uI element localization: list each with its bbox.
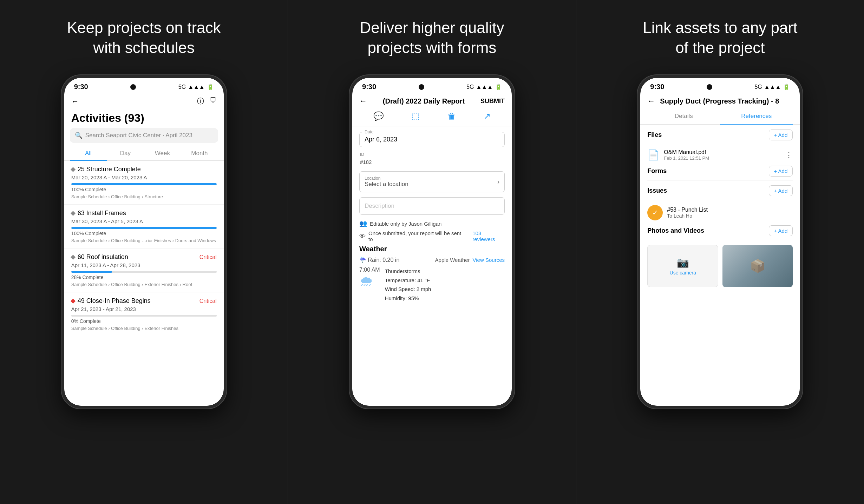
share-icon[interactable]: ↗ xyxy=(484,111,491,121)
use-camera-button[interactable]: 📷 Use camera xyxy=(647,245,718,287)
activity-item[interactable]: 60 Roof insulation Critical Apr 11, 2023… xyxy=(64,248,224,292)
copy-icon[interactable]: ⬚ xyxy=(412,111,420,121)
comment-icon[interactable]: 💬 xyxy=(373,111,384,121)
activity-1-progress-fill xyxy=(71,183,217,185)
panel-1-title: Keep projects on track with schedules xyxy=(67,18,221,58)
apple-weather-label: Apple Weather xyxy=(435,257,470,263)
photos-add-button[interactable]: + Add xyxy=(769,225,793,236)
date-field[interactable]: Date Apr 6, 2023 xyxy=(359,132,505,147)
signal-text-3: 5G xyxy=(754,84,762,90)
activity-1-progress-label: 100% Complete xyxy=(71,187,217,192)
issue-info: #53 - Punch List To Leah Ho xyxy=(667,207,708,219)
weather-condition: Thunderstorms xyxy=(385,267,431,276)
tab-references[interactable]: References xyxy=(720,110,793,124)
forms-divider xyxy=(647,180,793,180)
id-section: ID #182 xyxy=(359,152,505,171)
issue-item[interactable]: ✓ #53 - Punch List To Leah Ho xyxy=(647,205,793,220)
location-field-inner: Location Select a location xyxy=(365,176,408,188)
activity-item[interactable]: 49 Close-In Phase Begins Critical Apr 21… xyxy=(64,292,224,336)
submit-info-row: 👁 Once submitted, your report will be se… xyxy=(359,230,505,242)
files-divider xyxy=(647,144,793,144)
panel-assets: Link assets to any part of the project 9… xyxy=(576,0,864,504)
tab-month[interactable]: Month xyxy=(181,147,218,160)
battery-icon-2: 🔋 xyxy=(495,84,502,90)
activity-4-header: 49 Close-In Phase Begins Critical xyxy=(71,297,217,305)
person-icon: 👥 xyxy=(359,220,367,227)
activity-3-dot xyxy=(71,255,76,260)
report-header: ← (Draft) 2022 Daily Report SUBMIT xyxy=(352,94,512,110)
activities-list: 25 Structure Complete Mar 20, 2023 A - M… xyxy=(64,161,224,406)
issues-add-button[interactable]: + Add xyxy=(769,185,793,196)
back-icon-3[interactable]: ← xyxy=(647,97,655,106)
photos-title: Photos and Videos xyxy=(647,227,704,234)
issue-title: #53 - Punch List xyxy=(667,207,708,213)
id-value: #182 xyxy=(360,158,504,168)
reviewers-link[interactable]: 103 reviewers xyxy=(472,230,505,242)
panel-forms: Deliver higher quality projects with for… xyxy=(288,0,576,504)
photos-row: 📷 Use camera xyxy=(647,245,793,287)
activity-3-breadcrumb: Sample Schedule › Office Building › Exte… xyxy=(71,282,217,287)
activity-3-progress-fill xyxy=(71,271,112,273)
status-bar-2: 9:30 5G ▲▲▲ 🔋 xyxy=(352,78,512,94)
activity-4-breadcrumb: Sample Schedule › Office Building › Exte… xyxy=(71,326,217,331)
forms-add-button[interactable]: + Add xyxy=(769,166,793,177)
phone-frame-3: 9:30 5G ▲▲▲ 🔋 ← Supply Duct (Progress Tr… xyxy=(637,75,803,409)
description-placeholder: Description xyxy=(365,203,499,210)
files-add-button[interactable]: + Add xyxy=(769,130,793,140)
files-title: Files xyxy=(647,131,662,139)
activity-4-critical: Critical xyxy=(199,298,217,304)
panels-container: Keep projects on track with schedules 9:… xyxy=(0,0,864,504)
tab-all[interactable]: All xyxy=(70,147,107,160)
activity-4-progress-label: 0% Complete xyxy=(71,318,217,324)
activity-3-title: 60 Roof insulation xyxy=(71,253,128,261)
activity-4-progress-bar xyxy=(71,315,217,317)
activity-3-progress-bar xyxy=(71,271,217,273)
chevron-right-icon: › xyxy=(497,178,499,186)
weather-brand: Apple Weather View Sources xyxy=(432,257,505,263)
activity-3-date: Apr 11, 2023 A - Apr 28, 2023 xyxy=(71,262,217,268)
file-item[interactable]: 📄 O&M Manual.pdf Feb 1, 2021 12:51 PM ⋮ xyxy=(647,149,793,161)
signal-bars-2: ▲▲▲ xyxy=(476,84,493,90)
activity-1-header: 25 Structure Complete xyxy=(71,166,217,173)
weather-icon-area: 7:00 AM 🌧 xyxy=(359,267,380,289)
panel-2-title: Deliver higher quality projects with for… xyxy=(360,18,504,58)
location-field[interactable]: Location Select a location › xyxy=(359,171,505,192)
issue-assignee: To Leah Ho xyxy=(667,213,708,219)
location-label: Location xyxy=(365,176,408,181)
activity-item[interactable]: 63 Install Frames Mar 30, 2023 A - Apr 5… xyxy=(64,205,224,248)
submit-button[interactable]: SUBMIT xyxy=(480,98,505,105)
date-label: Date xyxy=(363,130,375,134)
activity-3-header: 60 Roof insulation Critical xyxy=(71,253,217,261)
activity-2-title: 63 Install Frames xyxy=(71,210,126,217)
report-action-icons: 💬 ⬚ 🗑 ↗ xyxy=(352,110,512,126)
battery-icon-1: 🔋 xyxy=(207,84,214,90)
more-options-icon[interactable]: ⋮ xyxy=(785,151,793,160)
description-field[interactable]: Description xyxy=(359,197,505,215)
phone-frame-1: 9:30 5G ▲▲▲ 🔋 ← ⓘ ⛉ Activities xyxy=(61,75,227,409)
delete-icon[interactable]: 🗑 xyxy=(447,111,456,121)
asset-tabs: Details References xyxy=(640,110,800,125)
search-bar-1[interactable]: 🔍 Search Seaport Civic Center · April 20… xyxy=(70,128,218,143)
tab-week[interactable]: Week xyxy=(144,147,181,160)
photo-thumbnail[interactable] xyxy=(722,245,793,287)
report-title: (Draft) 2022 Daily Report xyxy=(367,97,480,105)
status-bar-1: 9:30 5G ▲▲▲ 🔋 xyxy=(64,78,224,94)
asset-title: Supply Duct (Progress Tracking) - 8 xyxy=(660,97,779,105)
tab-details[interactable]: Details xyxy=(647,110,720,124)
activity-2-progress-bar xyxy=(71,227,217,229)
filter-icon-1[interactable]: ⛉ xyxy=(210,97,217,106)
eye-icon: 👁 xyxy=(359,233,366,240)
back-icon-1[interactable]: ← xyxy=(71,97,79,106)
asset-header: ← Supply Duct (Progress Tracking) - 8 xyxy=(640,94,800,110)
search-icon-1: 🔍 xyxy=(75,132,83,139)
info-icon-1[interactable]: ⓘ xyxy=(197,97,204,106)
file-info: O&M Manual.pdf Feb 1, 2021 12:51 PM xyxy=(664,149,781,161)
tab-day[interactable]: Day xyxy=(107,147,144,160)
location-value: Select a location xyxy=(365,181,408,188)
activity-item[interactable]: 25 Structure Complete Mar 20, 2023 A - M… xyxy=(64,161,224,205)
camera-dot-2 xyxy=(419,84,424,90)
view-sources-link[interactable]: View Sources xyxy=(473,257,505,263)
search-text-1: Search Seaport Civic Center · April 2023 xyxy=(85,132,192,139)
asset-body: Files + Add 📄 O&M Manual.pdf Feb 1, 2021… xyxy=(640,125,800,406)
back-icon-2[interactable]: ← xyxy=(359,97,367,106)
